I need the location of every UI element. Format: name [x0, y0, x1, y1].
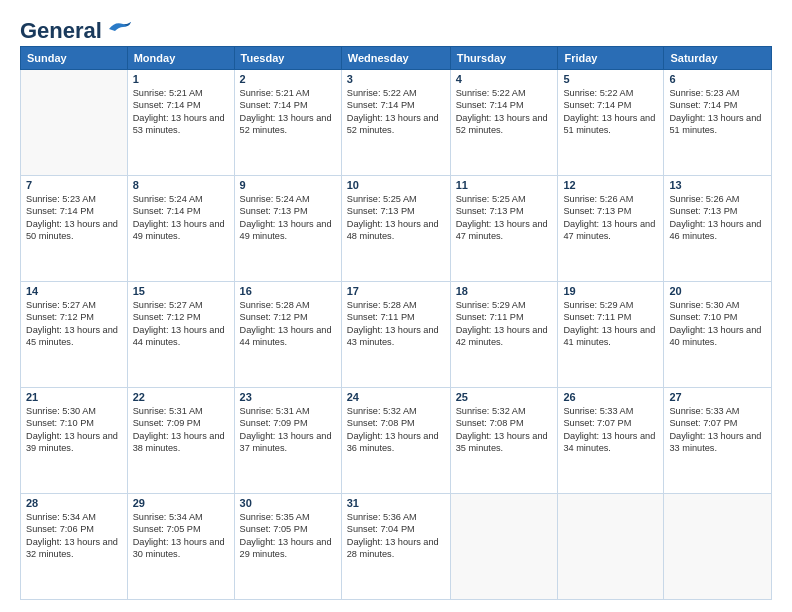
- calendar-cell: 6Sunrise: 5:23 AMSunset: 7:14 PMDaylight…: [664, 70, 772, 176]
- calendar-cell: 17Sunrise: 5:28 AMSunset: 7:11 PMDayligh…: [341, 282, 450, 388]
- cell-day-number: 25: [456, 391, 553, 403]
- calendar-cell: 3Sunrise: 5:22 AMSunset: 7:14 PMDaylight…: [341, 70, 450, 176]
- cell-info: Sunrise: 5:34 AMSunset: 7:05 PMDaylight:…: [133, 512, 225, 559]
- calendar-header-tuesday: Tuesday: [234, 47, 341, 70]
- calendar-cell: 26Sunrise: 5:33 AMSunset: 7:07 PMDayligh…: [558, 388, 664, 494]
- calendar-cell: 1Sunrise: 5:21 AMSunset: 7:14 PMDaylight…: [127, 70, 234, 176]
- cell-day-number: 20: [669, 285, 766, 297]
- calendar-week-2: 7Sunrise: 5:23 AMSunset: 7:14 PMDaylight…: [21, 176, 772, 282]
- cell-info: Sunrise: 5:28 AMSunset: 7:12 PMDaylight:…: [240, 300, 332, 347]
- calendar-cell: 29Sunrise: 5:34 AMSunset: 7:05 PMDayligh…: [127, 494, 234, 600]
- calendar-cell: 20Sunrise: 5:30 AMSunset: 7:10 PMDayligh…: [664, 282, 772, 388]
- cell-info: Sunrise: 5:25 AMSunset: 7:13 PMDaylight:…: [456, 194, 548, 241]
- cell-day-number: 15: [133, 285, 229, 297]
- calendar-cell: 5Sunrise: 5:22 AMSunset: 7:14 PMDaylight…: [558, 70, 664, 176]
- calendar-cell: 13Sunrise: 5:26 AMSunset: 7:13 PMDayligh…: [664, 176, 772, 282]
- cell-day-number: 14: [26, 285, 122, 297]
- cell-day-number: 9: [240, 179, 336, 191]
- logo-bird-icon: [105, 19, 133, 39]
- calendar-cell: 25Sunrise: 5:32 AMSunset: 7:08 PMDayligh…: [450, 388, 558, 494]
- calendar-week-4: 21Sunrise: 5:30 AMSunset: 7:10 PMDayligh…: [21, 388, 772, 494]
- cell-info: Sunrise: 5:26 AMSunset: 7:13 PMDaylight:…: [563, 194, 655, 241]
- calendar-cell: 16Sunrise: 5:28 AMSunset: 7:12 PMDayligh…: [234, 282, 341, 388]
- calendar-header-monday: Monday: [127, 47, 234, 70]
- cell-info: Sunrise: 5:23 AMSunset: 7:14 PMDaylight:…: [669, 88, 761, 135]
- calendar-header-sunday: Sunday: [21, 47, 128, 70]
- calendar-cell: 2Sunrise: 5:21 AMSunset: 7:14 PMDaylight…: [234, 70, 341, 176]
- cell-info: Sunrise: 5:27 AMSunset: 7:12 PMDaylight:…: [26, 300, 118, 347]
- cell-day-number: 29: [133, 497, 229, 509]
- calendar-cell: 15Sunrise: 5:27 AMSunset: 7:12 PMDayligh…: [127, 282, 234, 388]
- cell-day-number: 28: [26, 497, 122, 509]
- cell-day-number: 7: [26, 179, 122, 191]
- calendar-cell: 18Sunrise: 5:29 AMSunset: 7:11 PMDayligh…: [450, 282, 558, 388]
- cell-info: Sunrise: 5:27 AMSunset: 7:12 PMDaylight:…: [133, 300, 225, 347]
- calendar-cell: 19Sunrise: 5:29 AMSunset: 7:11 PMDayligh…: [558, 282, 664, 388]
- calendar-week-1: 1Sunrise: 5:21 AMSunset: 7:14 PMDaylight…: [21, 70, 772, 176]
- cell-info: Sunrise: 5:29 AMSunset: 7:11 PMDaylight:…: [563, 300, 655, 347]
- calendar-cell: [664, 494, 772, 600]
- cell-info: Sunrise: 5:25 AMSunset: 7:13 PMDaylight:…: [347, 194, 439, 241]
- calendar-header-wednesday: Wednesday: [341, 47, 450, 70]
- cell-day-number: 22: [133, 391, 229, 403]
- header: General: [20, 18, 772, 38]
- cell-day-number: 12: [563, 179, 658, 191]
- calendar-header-friday: Friday: [558, 47, 664, 70]
- calendar-cell: 31Sunrise: 5:36 AMSunset: 7:04 PMDayligh…: [341, 494, 450, 600]
- cell-day-number: 5: [563, 73, 658, 85]
- calendar-cell: 7Sunrise: 5:23 AMSunset: 7:14 PMDaylight…: [21, 176, 128, 282]
- calendar-cell: 12Sunrise: 5:26 AMSunset: 7:13 PMDayligh…: [558, 176, 664, 282]
- cell-day-number: 11: [456, 179, 553, 191]
- cell-info: Sunrise: 5:31 AMSunset: 7:09 PMDaylight:…: [133, 406, 225, 453]
- cell-info: Sunrise: 5:34 AMSunset: 7:06 PMDaylight:…: [26, 512, 118, 559]
- cell-day-number: 6: [669, 73, 766, 85]
- cell-day-number: 8: [133, 179, 229, 191]
- cell-info: Sunrise: 5:24 AMSunset: 7:14 PMDaylight:…: [133, 194, 225, 241]
- cell-day-number: 2: [240, 73, 336, 85]
- cell-info: Sunrise: 5:22 AMSunset: 7:14 PMDaylight:…: [563, 88, 655, 135]
- cell-info: Sunrise: 5:36 AMSunset: 7:04 PMDaylight:…: [347, 512, 439, 559]
- cell-info: Sunrise: 5:22 AMSunset: 7:14 PMDaylight:…: [456, 88, 548, 135]
- cell-info: Sunrise: 5:31 AMSunset: 7:09 PMDaylight:…: [240, 406, 332, 453]
- cell-info: Sunrise: 5:32 AMSunset: 7:08 PMDaylight:…: [347, 406, 439, 453]
- cell-info: Sunrise: 5:29 AMSunset: 7:11 PMDaylight:…: [456, 300, 548, 347]
- calendar-cell: 22Sunrise: 5:31 AMSunset: 7:09 PMDayligh…: [127, 388, 234, 494]
- cell-day-number: 19: [563, 285, 658, 297]
- cell-day-number: 18: [456, 285, 553, 297]
- calendar-cell: 30Sunrise: 5:35 AMSunset: 7:05 PMDayligh…: [234, 494, 341, 600]
- cell-day-number: 13: [669, 179, 766, 191]
- cell-info: Sunrise: 5:23 AMSunset: 7:14 PMDaylight:…: [26, 194, 118, 241]
- calendar-header-row: SundayMondayTuesdayWednesdayThursdayFrid…: [21, 47, 772, 70]
- cell-day-number: 31: [347, 497, 445, 509]
- calendar-cell: 4Sunrise: 5:22 AMSunset: 7:14 PMDaylight…: [450, 70, 558, 176]
- calendar-cell: 11Sunrise: 5:25 AMSunset: 7:13 PMDayligh…: [450, 176, 558, 282]
- calendar-cell: 10Sunrise: 5:25 AMSunset: 7:13 PMDayligh…: [341, 176, 450, 282]
- cell-day-number: 3: [347, 73, 445, 85]
- cell-info: Sunrise: 5:32 AMSunset: 7:08 PMDaylight:…: [456, 406, 548, 453]
- cell-day-number: 16: [240, 285, 336, 297]
- calendar-cell: 28Sunrise: 5:34 AMSunset: 7:06 PMDayligh…: [21, 494, 128, 600]
- logo: General: [20, 18, 133, 38]
- calendar-week-5: 28Sunrise: 5:34 AMSunset: 7:06 PMDayligh…: [21, 494, 772, 600]
- cell-info: Sunrise: 5:22 AMSunset: 7:14 PMDaylight:…: [347, 88, 439, 135]
- cell-info: Sunrise: 5:33 AMSunset: 7:07 PMDaylight:…: [563, 406, 655, 453]
- logo-general: General: [20, 18, 102, 44]
- cell-info: Sunrise: 5:24 AMSunset: 7:13 PMDaylight:…: [240, 194, 332, 241]
- calendar-header-thursday: Thursday: [450, 47, 558, 70]
- cell-info: Sunrise: 5:30 AMSunset: 7:10 PMDaylight:…: [26, 406, 118, 453]
- cell-info: Sunrise: 5:30 AMSunset: 7:10 PMDaylight:…: [669, 300, 761, 347]
- cell-day-number: 4: [456, 73, 553, 85]
- calendar-week-3: 14Sunrise: 5:27 AMSunset: 7:12 PMDayligh…: [21, 282, 772, 388]
- calendar-cell: 21Sunrise: 5:30 AMSunset: 7:10 PMDayligh…: [21, 388, 128, 494]
- cell-info: Sunrise: 5:21 AMSunset: 7:14 PMDaylight:…: [133, 88, 225, 135]
- calendar-cell: 9Sunrise: 5:24 AMSunset: 7:13 PMDaylight…: [234, 176, 341, 282]
- cell-day-number: 17: [347, 285, 445, 297]
- calendar-cell: [558, 494, 664, 600]
- calendar-table: SundayMondayTuesdayWednesdayThursdayFrid…: [20, 46, 772, 600]
- calendar-cell: 24Sunrise: 5:32 AMSunset: 7:08 PMDayligh…: [341, 388, 450, 494]
- calendar-cell: 14Sunrise: 5:27 AMSunset: 7:12 PMDayligh…: [21, 282, 128, 388]
- calendar-header-saturday: Saturday: [664, 47, 772, 70]
- calendar-cell: [21, 70, 128, 176]
- calendar-cell: [450, 494, 558, 600]
- cell-day-number: 24: [347, 391, 445, 403]
